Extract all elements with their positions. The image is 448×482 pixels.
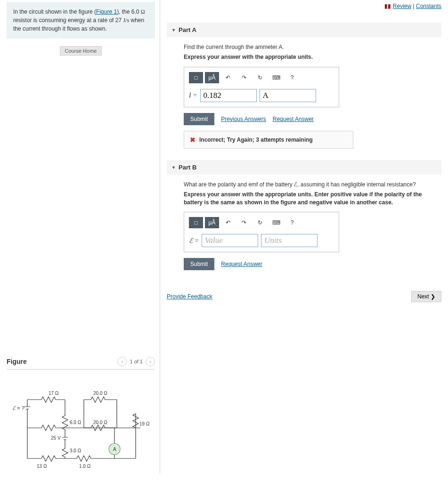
review-link[interactable]: Review bbox=[393, 3, 411, 9]
figure-prev-button[interactable]: ‹ bbox=[117, 357, 127, 366]
help-button[interactable]: ? bbox=[285, 72, 299, 83]
previous-answers-link[interactable]: Previous Answers bbox=[221, 116, 266, 122]
part-a-symbol: I = bbox=[189, 92, 197, 99]
course-home-button[interactable]: Course Home bbox=[60, 46, 102, 56]
undo-button[interactable]: ↶ bbox=[221, 72, 235, 83]
part-b-unit-input[interactable] bbox=[261, 234, 318, 247]
svg-text:A: A bbox=[113, 447, 116, 452]
part-a-instruction: Express your answer with the appropriate… bbox=[184, 53, 441, 61]
svg-text:ℰ = ?: ℰ = ? bbox=[12, 405, 25, 411]
part-a-value-input[interactable] bbox=[200, 89, 257, 102]
part-b-question: What are the polarity and emf of the bat… bbox=[184, 181, 441, 188]
part-b-header[interactable]: Part B bbox=[167, 160, 441, 175]
provide-feedback-link[interactable]: Provide Feedback bbox=[167, 293, 212, 300]
special-char-button[interactable]: μÅ bbox=[205, 72, 219, 83]
keyboard-button[interactable]: ⌨ bbox=[269, 217, 283, 228]
part-b-submit-button[interactable]: Submit bbox=[184, 258, 214, 270]
top-links: ▮▮ Review | Constants bbox=[167, 0, 441, 18]
part-a-request-answer-link[interactable]: Request Answer bbox=[273, 116, 314, 122]
figure-next-button[interactable]: › bbox=[146, 357, 155, 366]
svg-text:13 Ω: 13 Ω bbox=[37, 464, 47, 469]
part-a-question: Find the current through the ammeter A. bbox=[184, 44, 441, 50]
part-b-symbol: ℰ = bbox=[189, 237, 199, 245]
incorrect-icon: ✖ bbox=[190, 136, 195, 144]
redo-button[interactable]: ↷ bbox=[237, 72, 251, 83]
book-icon: ▮▮ bbox=[384, 3, 391, 9]
svg-text:17 Ω: 17 Ω bbox=[49, 391, 59, 396]
part-a-answer-box: □ μÅ ↶ ↷ ↻ ⌨ ? I = bbox=[184, 67, 339, 107]
undo-button[interactable]: ↶ bbox=[221, 217, 235, 228]
figure-title: Figure bbox=[7, 358, 27, 365]
svg-text:20.0 Ω: 20.0 Ω bbox=[93, 420, 107, 425]
reset-button[interactable]: ↻ bbox=[253, 217, 267, 228]
part-b-answer-box: □ μÅ ↶ ↷ ↻ ⌨ ? ℰ = bbox=[184, 212, 339, 252]
help-button[interactable]: ? bbox=[285, 217, 299, 228]
part-a-submit-button[interactable]: Submit bbox=[184, 113, 214, 125]
reset-button[interactable]: ↻ bbox=[253, 72, 267, 83]
figure-pager: ‹ 1 of 1 › bbox=[117, 357, 155, 366]
svg-text:3.0 Ω: 3.0 Ω bbox=[70, 448, 81, 453]
keyboard-button[interactable]: ⌨ bbox=[269, 72, 283, 83]
svg-text:19 Ω: 19 Ω bbox=[139, 421, 150, 426]
svg-text:1.0 Ω: 1.0 Ω bbox=[79, 464, 91, 469]
next-button[interactable]: Next ❯ bbox=[411, 291, 441, 302]
circuit-diagram: 17 Ω ℰ = ? 6.0 Ω 25 V 3.0 Ω 13 Ω bbox=[7, 379, 155, 474]
part-a-header[interactable]: Part A bbox=[167, 23, 441, 37]
svg-text:25 V: 25 V bbox=[51, 435, 61, 441]
svg-text:20.0 Ω: 20.0 Ω bbox=[93, 391, 107, 396]
redo-button[interactable]: ↷ bbox=[237, 217, 251, 228]
part-b-value-input[interactable] bbox=[202, 234, 258, 247]
svg-text:6.0 Ω: 6.0 Ω bbox=[70, 420, 81, 425]
special-char-button[interactable]: μÅ bbox=[205, 217, 219, 228]
part-a-unit-input[interactable] bbox=[260, 89, 316, 102]
fraction-button[interactable]: □ bbox=[189, 72, 203, 83]
problem-context: In the circuit shown in the figure (Figu… bbox=[7, 2, 155, 39]
constants-link[interactable]: Constants bbox=[416, 3, 441, 9]
part-b-instruction: Express your answer with the appropriate… bbox=[184, 191, 441, 207]
part-b-request-answer-link[interactable]: Request Answer bbox=[221, 261, 262, 267]
figure-link[interactable]: Figure 1 bbox=[96, 8, 117, 15]
fraction-button[interactable]: □ bbox=[189, 217, 203, 228]
part-a-feedback: ✖ Incorrect; Try Again; 3 attempts remai… bbox=[184, 131, 353, 149]
